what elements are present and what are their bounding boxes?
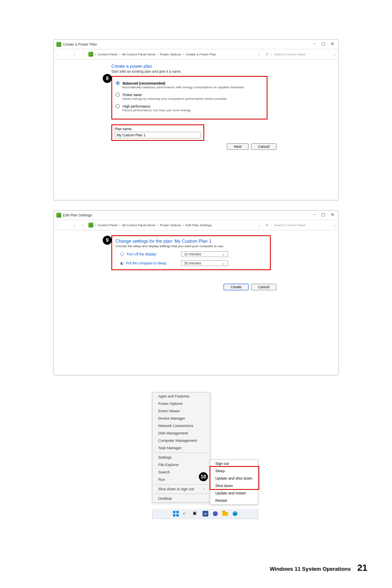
chevron-down-icon: ⌄ — [222, 261, 225, 265]
taskbar[interactable]: ⌕ ▣ W — [152, 509, 258, 519]
search-input[interactable]: Search Control Panel ⌕ — [271, 53, 338, 56]
breadcrumb[interactable]: ›Control Panel ›All Control Panel Items … — [95, 223, 255, 227]
menu-shutdown-signout[interactable]: Shut down or sign out› — [152, 485, 210, 493]
chevron-right-icon: › — [203, 487, 204, 491]
radio-high-performance[interactable]: High performance Favors performance, but… — [115, 104, 263, 112]
callout-10: 10 — [199, 472, 208, 481]
window-title: Create a Power Plan — [63, 42, 97, 46]
menu-separator — [154, 494, 208, 494]
up-button[interactable]: ↑ — [78, 223, 87, 227]
explorer-icon[interactable] — [222, 511, 228, 517]
plan-settings-group: Change settings for the plan: My Custom … — [111, 235, 271, 270]
moon-icon: ◐ — [120, 261, 124, 265]
next-button[interactable]: Next — [227, 143, 249, 150]
svg-point-10 — [213, 511, 218, 516]
maximize-icon[interactable]: ▢ — [321, 41, 325, 46]
close-icon[interactable]: ✕ — [331, 212, 334, 217]
search-icon[interactable]: ⌕ — [183, 511, 189, 517]
svg-rect-4 — [173, 511, 175, 513]
sleep-timeout-row: ◐ Put the computer to sleep: 30 minutes⌄ — [120, 260, 267, 266]
menu-network-connections[interactable]: Network Connections — [152, 422, 210, 430]
recent-locations[interactable]: ⌄ — [70, 223, 78, 227]
taskview-icon[interactable]: ▣ — [193, 511, 198, 517]
control-panel-icon — [88, 223, 93, 227]
forward-button[interactable]: → — [62, 223, 70, 227]
menu-disk-management[interactable]: Disk Management — [152, 430, 210, 437]
svg-point-2 — [116, 93, 120, 96]
dropdown-icon[interactable]: ⌄ — [255, 53, 263, 56]
callout-9: 9 — [103, 236, 112, 245]
minimize-icon[interactable]: − — [313, 41, 316, 46]
titlebar: Edit Plan Settings — [54, 211, 338, 220]
page-heading: Create a power plan — [111, 64, 326, 69]
submenu-update-restart[interactable]: Update and restart — [210, 489, 258, 497]
close-icon[interactable]: ✕ — [331, 41, 334, 46]
menu-computer-management[interactable]: Computer Management — [152, 437, 210, 444]
menu-file-explorer[interactable]: File Explorer — [152, 461, 210, 469]
up-button[interactable]: ↑ — [78, 53, 87, 56]
cancel-button[interactable]: Cancel — [251, 284, 277, 290]
svg-rect-5 — [176, 511, 179, 513]
power-options-icon — [56, 213, 61, 218]
menu-event-viewer[interactable]: Event Viewer — [152, 407, 210, 415]
menu-separator — [154, 484, 208, 485]
radio-power-saver[interactable]: Power saver Saves energy by reducing you… — [115, 92, 263, 101]
refresh-button[interactable]: ⟳ — [263, 223, 271, 227]
window-edit-plan-settings: Edit Plan Settings − ▢ ✕ ← → ⌄ ↑ ›Contro… — [53, 210, 339, 375]
edge-icon[interactable] — [232, 511, 238, 517]
menu-separator — [154, 452, 208, 453]
menu-settings[interactable]: Settings — [152, 454, 210, 461]
window-title: Edit Plan Settings — [63, 213, 92, 217]
svg-rect-11 — [222, 512, 228, 516]
plan-name-input[interactable] — [115, 132, 201, 138]
plan-templates-group: Balanced (recommended) Automatically bal… — [111, 76, 267, 119]
titlebar: Create a Power Plan — [54, 40, 338, 49]
display-timeout-row: 🖵 Turn off the display: 10 minutes⌄ — [120, 251, 267, 257]
create-button[interactable]: Create — [224, 284, 249, 290]
menu-desktop[interactable]: Desktop — [152, 495, 210, 502]
search-icon: ⌕ — [334, 53, 336, 56]
display-timeout-dropdown[interactable]: 10 minutes⌄ — [181, 251, 228, 257]
page-number: 21 — [357, 563, 367, 573]
control-panel-icon — [88, 52, 93, 57]
dropdown-icon[interactable]: ⌄ — [255, 223, 263, 227]
breadcrumb[interactable]: ›Control Panel ›All Control Panel Items … — [95, 53, 255, 56]
sleep-timeout-dropdown[interactable]: 30 minutes⌄ — [181, 260, 228, 266]
refresh-button[interactable]: ⟳ — [263, 53, 271, 56]
search-input[interactable]: Search Control Panel ⌕ — [271, 223, 338, 227]
address-bar: ← → ⌄ ↑ ›Control Panel ›All Control Pane… — [54, 220, 338, 230]
menu-device-manager[interactable]: Device Manager — [152, 415, 210, 422]
menu-task-manager[interactable]: Task Manager — [152, 444, 210, 452]
maximize-icon[interactable]: ▢ — [321, 212, 325, 217]
winx-menu[interactable]: Apps and Features Power Options Event Vi… — [152, 392, 210, 503]
cancel-button[interactable]: Cancel — [251, 143, 277, 150]
menu-apps-features[interactable]: Apps and Features — [152, 393, 210, 400]
minimize-icon[interactable]: − — [313, 212, 316, 217]
sleep-shutdown-highlight — [210, 466, 259, 490]
page-heading: Change settings for the plan: My Custom … — [115, 239, 267, 243]
menu-power-options[interactable]: Power Options — [152, 400, 210, 407]
page-footer: Windows 11 System Operations 21 — [270, 563, 367, 573]
back-button[interactable]: ← — [54, 223, 62, 227]
page-subheading: Choose the sleep and display settings th… — [115, 244, 267, 248]
back-button[interactable]: ← — [54, 53, 62, 56]
recent-locations[interactable]: ⌄ — [70, 53, 78, 56]
svg-point-3 — [116, 104, 120, 108]
word-icon[interactable]: W — [203, 511, 208, 517]
svg-rect-12 — [222, 511, 225, 512]
footer-text: Windows 11 System Operations — [270, 566, 350, 572]
teams-icon[interactable] — [212, 511, 218, 517]
start-icon[interactable] — [173, 511, 179, 517]
submenu-restart[interactable]: Restart — [210, 497, 258, 504]
power-options-icon — [56, 42, 61, 47]
radio-balanced[interactable]: Balanced (recommended) Automatically bal… — [115, 81, 263, 89]
svg-text:W: W — [204, 512, 207, 516]
display-timeout-label: 🖵 Turn off the display: — [120, 252, 174, 256]
search-icon: ⌕ — [334, 223, 336, 227]
svg-point-1 — [117, 82, 118, 84]
chevron-down-icon: ⌄ — [222, 252, 225, 256]
callout-8: 8 — [103, 74, 112, 83]
svg-rect-6 — [173, 514, 175, 517]
forward-button[interactable]: → — [62, 53, 70, 56]
address-bar: ← → ⌄ ↑ ›Control Panel ›All Control Pane… — [54, 49, 338, 60]
